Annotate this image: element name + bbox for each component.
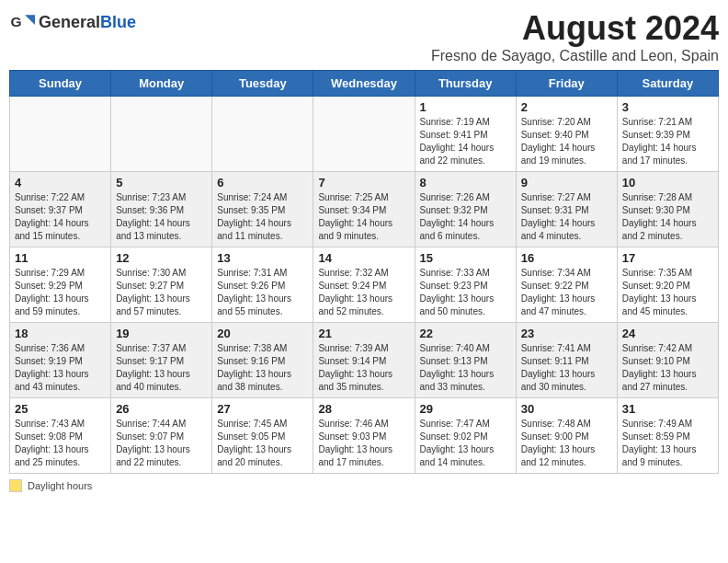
weekday-header-tuesday: Tuesday xyxy=(212,71,313,97)
calendar-cell: 5Sunrise: 7:23 AM Sunset: 9:36 PM Daylig… xyxy=(111,172,212,247)
day-number: 7 xyxy=(318,176,409,190)
calendar-cell xyxy=(212,97,313,172)
calendar-cell: 1Sunrise: 7:19 AM Sunset: 9:41 PM Daylig… xyxy=(415,97,516,172)
day-info: Sunrise: 7:29 AM Sunset: 9:29 PM Dayligh… xyxy=(15,267,106,318)
calendar-cell: 19Sunrise: 7:37 AM Sunset: 9:17 PM Dayli… xyxy=(111,323,212,398)
day-info: Sunrise: 7:44 AM Sunset: 9:07 PM Dayligh… xyxy=(116,418,207,469)
day-number: 1 xyxy=(420,100,511,114)
day-info: Sunrise: 7:34 AM Sunset: 9:22 PM Dayligh… xyxy=(521,267,612,318)
month-year: August 2024 xyxy=(431,9,719,48)
day-info: Sunrise: 7:35 AM Sunset: 9:20 PM Dayligh… xyxy=(622,267,713,318)
calendar-cell: 29Sunrise: 7:47 AM Sunset: 9:02 PM Dayli… xyxy=(415,398,516,474)
logo: G GeneralBlue xyxy=(9,9,136,35)
calendar-cell: 10Sunrise: 7:28 AM Sunset: 9:30 PM Dayli… xyxy=(617,172,718,247)
day-info: Sunrise: 7:22 AM Sunset: 9:37 PM Dayligh… xyxy=(15,191,106,243)
day-number: 21 xyxy=(318,327,409,340)
calendar-row-2: 4Sunrise: 7:22 AM Sunset: 9:37 PM Daylig… xyxy=(10,172,719,247)
day-info: Sunrise: 7:30 AM Sunset: 9:27 PM Dayligh… xyxy=(116,267,207,318)
calendar-cell: 14Sunrise: 7:32 AM Sunset: 9:24 PM Dayli… xyxy=(313,247,415,323)
weekday-header-friday: Friday xyxy=(516,71,617,97)
svg-marker-1 xyxy=(25,15,35,25)
calendar-cell: 15Sunrise: 7:33 AM Sunset: 9:23 PM Dayli… xyxy=(415,247,516,323)
day-info: Sunrise: 7:47 AM Sunset: 9:02 PM Dayligh… xyxy=(420,418,511,469)
calendar-cell: 31Sunrise: 7:49 AM Sunset: 8:59 PM Dayli… xyxy=(617,398,718,474)
day-number: 20 xyxy=(217,327,308,340)
day-number: 29 xyxy=(420,402,511,416)
day-info: Sunrise: 7:45 AM Sunset: 9:05 PM Dayligh… xyxy=(217,418,308,469)
day-info: Sunrise: 7:24 AM Sunset: 9:35 PM Dayligh… xyxy=(217,191,308,243)
day-info: Sunrise: 7:40 AM Sunset: 9:13 PM Dayligh… xyxy=(420,342,511,394)
calendar-cell: 20Sunrise: 7:38 AM Sunset: 9:16 PM Dayli… xyxy=(212,323,313,398)
calendar-cell: 28Sunrise: 7:46 AM Sunset: 9:03 PM Dayli… xyxy=(313,398,415,474)
calendar-cell: 22Sunrise: 7:40 AM Sunset: 9:13 PM Dayli… xyxy=(415,323,516,398)
day-info: Sunrise: 7:41 AM Sunset: 9:11 PM Dayligh… xyxy=(521,342,612,394)
title-area: August 2024 Fresno de Sayago, Castille a… xyxy=(431,9,719,64)
day-info: Sunrise: 7:39 AM Sunset: 9:14 PM Dayligh… xyxy=(318,342,409,394)
calendar-cell: 16Sunrise: 7:34 AM Sunset: 9:22 PM Dayli… xyxy=(516,247,617,323)
day-number: 31 xyxy=(622,402,713,416)
day-number: 22 xyxy=(420,327,511,340)
day-info: Sunrise: 7:33 AM Sunset: 9:23 PM Dayligh… xyxy=(420,267,511,318)
day-info: Sunrise: 7:43 AM Sunset: 9:08 PM Dayligh… xyxy=(15,418,106,469)
day-number: 5 xyxy=(116,176,207,190)
svg-text:G: G xyxy=(11,14,22,29)
day-number: 25 xyxy=(15,402,106,416)
day-number: 18 xyxy=(15,327,106,340)
calendar-cell: 11Sunrise: 7:29 AM Sunset: 9:29 PM Dayli… xyxy=(10,247,111,323)
calendar-cell: 4Sunrise: 7:22 AM Sunset: 9:37 PM Daylig… xyxy=(10,172,111,247)
day-info: Sunrise: 7:38 AM Sunset: 9:16 PM Dayligh… xyxy=(217,342,308,394)
day-info: Sunrise: 7:42 AM Sunset: 9:10 PM Dayligh… xyxy=(622,342,713,394)
weekday-header-thursday: Thursday xyxy=(415,71,516,97)
day-number: 30 xyxy=(521,402,612,416)
calendar-cell: 2Sunrise: 7:20 AM Sunset: 9:40 PM Daylig… xyxy=(516,97,617,172)
day-info: Sunrise: 7:28 AM Sunset: 9:30 PM Dayligh… xyxy=(622,191,713,243)
calendar-cell: 26Sunrise: 7:44 AM Sunset: 9:07 PM Dayli… xyxy=(111,398,212,474)
location: Fresno de Sayago, Castille and Leon, Spa… xyxy=(431,48,719,64)
day-info: Sunrise: 7:36 AM Sunset: 9:19 PM Dayligh… xyxy=(15,342,106,394)
calendar-row-3: 11Sunrise: 7:29 AM Sunset: 9:29 PM Dayli… xyxy=(10,247,719,323)
day-number: 24 xyxy=(622,327,713,340)
day-info: Sunrise: 7:49 AM Sunset: 8:59 PM Dayligh… xyxy=(622,418,713,469)
weekday-header-row: SundayMondayTuesdayWednesdayThursdayFrid… xyxy=(10,71,719,97)
day-number: 2 xyxy=(521,100,612,114)
calendar-cell: 9Sunrise: 7:27 AM Sunset: 9:31 PM Daylig… xyxy=(516,172,617,247)
day-number: 6 xyxy=(217,176,308,190)
weekday-header-monday: Monday xyxy=(111,71,212,97)
day-number: 27 xyxy=(217,402,308,416)
calendar-cell: 23Sunrise: 7:41 AM Sunset: 9:11 PM Dayli… xyxy=(516,323,617,398)
day-info: Sunrise: 7:21 AM Sunset: 9:39 PM Dayligh… xyxy=(622,116,713,167)
day-info: Sunrise: 7:46 AM Sunset: 9:03 PM Dayligh… xyxy=(318,418,409,469)
logo-blue-text: Blue xyxy=(100,13,136,31)
calendar-cell xyxy=(313,97,415,172)
day-number: 13 xyxy=(217,251,308,265)
calendar-cell xyxy=(111,97,212,172)
calendar-cell: 27Sunrise: 7:45 AM Sunset: 9:05 PM Dayli… xyxy=(212,398,313,474)
day-number: 28 xyxy=(318,402,409,416)
day-info: Sunrise: 7:27 AM Sunset: 9:31 PM Dayligh… xyxy=(521,191,612,243)
calendar-row-5: 25Sunrise: 7:43 AM Sunset: 9:08 PM Dayli… xyxy=(10,398,719,474)
day-number: 15 xyxy=(420,251,511,265)
day-info: Sunrise: 7:20 AM Sunset: 9:40 PM Dayligh… xyxy=(521,116,612,167)
weekday-header-saturday: Saturday xyxy=(617,71,718,97)
day-info: Sunrise: 7:48 AM Sunset: 9:00 PM Dayligh… xyxy=(521,418,612,469)
header: G GeneralBlue August 2024 Fresno de Saya… xyxy=(9,9,719,64)
day-number: 19 xyxy=(116,327,207,340)
weekday-header-wednesday: Wednesday xyxy=(313,71,415,97)
day-info: Sunrise: 7:25 AM Sunset: 9:34 PM Dayligh… xyxy=(318,191,409,243)
calendar-cell: 24Sunrise: 7:42 AM Sunset: 9:10 PM Dayli… xyxy=(617,323,718,398)
calendar-cell: 17Sunrise: 7:35 AM Sunset: 9:20 PM Dayli… xyxy=(617,247,718,323)
calendar-cell: 6Sunrise: 7:24 AM Sunset: 9:35 PM Daylig… xyxy=(212,172,313,247)
calendar-cell: 13Sunrise: 7:31 AM Sunset: 9:26 PM Dayli… xyxy=(212,247,313,323)
day-info: Sunrise: 7:31 AM Sunset: 9:26 PM Dayligh… xyxy=(217,267,308,318)
calendar-cell: 3Sunrise: 7:21 AM Sunset: 9:39 PM Daylig… xyxy=(617,97,718,172)
weekday-header-sunday: Sunday xyxy=(10,71,111,97)
calendar-cell: 12Sunrise: 7:30 AM Sunset: 9:27 PM Dayli… xyxy=(111,247,212,323)
calendar-cell: 21Sunrise: 7:39 AM Sunset: 9:14 PM Dayli… xyxy=(313,323,415,398)
day-number: 9 xyxy=(521,176,612,190)
day-info: Sunrise: 7:19 AM Sunset: 9:41 PM Dayligh… xyxy=(420,116,511,167)
calendar-cell: 7Sunrise: 7:25 AM Sunset: 9:34 PM Daylig… xyxy=(313,172,415,247)
calendar-body: 1Sunrise: 7:19 AM Sunset: 9:41 PM Daylig… xyxy=(10,97,719,474)
day-info: Sunrise: 7:26 AM Sunset: 9:32 PM Dayligh… xyxy=(420,191,511,243)
day-info: Sunrise: 7:32 AM Sunset: 9:24 PM Dayligh… xyxy=(318,267,409,318)
day-number: 17 xyxy=(622,251,713,265)
